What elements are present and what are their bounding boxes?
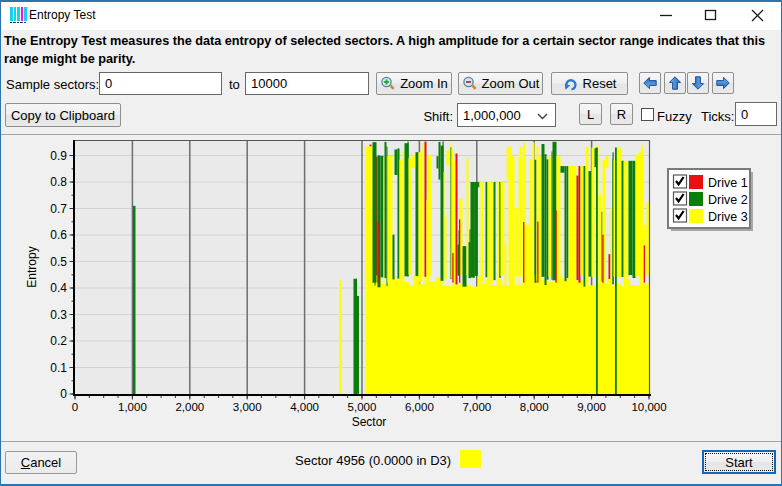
- svg-text:Drive 1: Drive 1: [708, 176, 748, 190]
- svg-text:0: 0: [72, 401, 78, 413]
- svg-text:6,000: 6,000: [405, 401, 434, 413]
- svg-text:Drive 3: Drive 3: [708, 210, 748, 224]
- svg-text:0.7: 0.7: [50, 202, 67, 216]
- svg-text:2,000: 2,000: [175, 401, 204, 413]
- svg-text:0.9: 0.9: [50, 149, 67, 163]
- svg-text:7,000: 7,000: [462, 401, 491, 413]
- svg-text:0: 0: [60, 387, 67, 401]
- svg-text:4,000: 4,000: [290, 401, 319, 413]
- svg-text:0.1: 0.1: [50, 361, 67, 375]
- svg-text:1,000: 1,000: [118, 401, 147, 413]
- svg-text:0.6: 0.6: [50, 228, 67, 242]
- svg-text:0.2: 0.2: [50, 334, 67, 348]
- svg-text:Sector: Sector: [352, 415, 387, 429]
- svg-text:5,000: 5,000: [348, 401, 377, 413]
- svg-text:3,000: 3,000: [233, 401, 262, 413]
- svg-text:8,000: 8,000: [520, 401, 549, 413]
- svg-text:0.8: 0.8: [50, 175, 67, 189]
- svg-text:0.3: 0.3: [50, 308, 67, 322]
- svg-text:0.5: 0.5: [50, 255, 67, 269]
- svg-text:9,000: 9,000: [577, 401, 606, 413]
- svg-text:Drive 2: Drive 2: [708, 193, 748, 207]
- svg-text:Entropy: Entropy: [25, 246, 39, 287]
- svg-text:0.4: 0.4: [50, 281, 67, 295]
- svg-text:10,000: 10,000: [631, 401, 666, 413]
